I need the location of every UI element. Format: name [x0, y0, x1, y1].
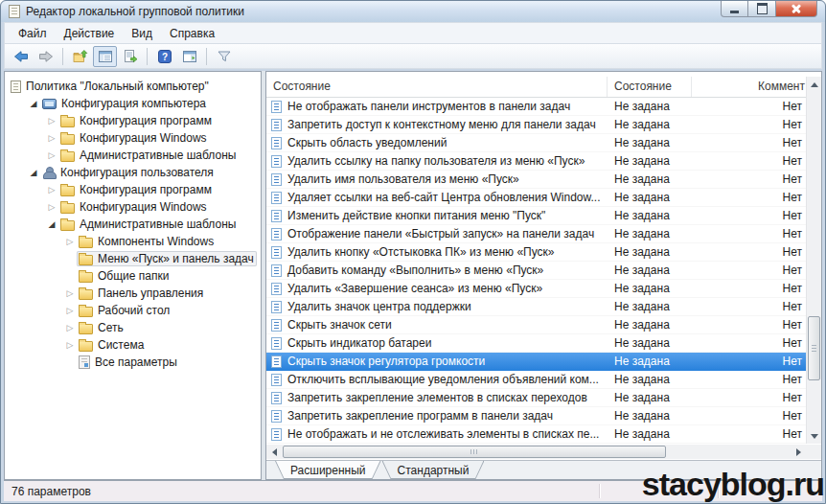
policy-state: Не задана	[608, 154, 692, 168]
tree-item[interactable]: Конфигурация программ	[5, 112, 261, 129]
policy-setting-icon	[271, 374, 282, 386]
tree-expander-icon[interactable]	[27, 95, 40, 112]
tree-item[interactable]: Компоненты Windows	[5, 233, 261, 250]
policy-row[interactable]: Запретить закрепление элементов в списка…	[266, 389, 806, 407]
menu-help[interactable]: Справка	[161, 25, 223, 42]
tree-item-label: Меню «Пуск» и панель задач	[98, 252, 254, 265]
policy-row[interactable]: Отключить всплывающие уведомления объявл…	[266, 371, 806, 389]
filter-button[interactable]	[212, 46, 236, 67]
column-header-comment[interactable]: Коммент	[692, 77, 806, 97]
column-header-state[interactable]: Состояние	[608, 77, 692, 97]
minimize-button[interactable]	[721, 1, 748, 17]
vertical-scrollbar[interactable]	[806, 77, 821, 444]
policy-comment: Нет	[692, 154, 806, 168]
tree-item[interactable]: Сеть	[5, 319, 261, 336]
show-action-pane-button[interactable]	[177, 46, 201, 67]
policy-setting-icon	[271, 355, 282, 368]
show-console-tree-button[interactable]	[93, 46, 117, 67]
scroll-right-button[interactable]	[791, 445, 806, 459]
user-icon	[42, 167, 56, 179]
policy-row[interactable]: Удалить значок центра поддержкиНе задана…	[266, 298, 806, 316]
tree-item[interactable]: Конфигурация программ	[5, 181, 261, 198]
policy-setting-icon	[271, 210, 282, 222]
tree-item[interactable]: Рабочий стол	[5, 302, 261, 319]
tree-expander-icon[interactable]	[63, 302, 77, 319]
tree-item[interactable]: Административные шаблоны	[5, 147, 261, 164]
policy-row[interactable]: Удалить имя пользователя из меню «Пуск»Н…	[266, 171, 806, 189]
tree-item[interactable]: Система	[5, 336, 261, 354]
horizontal-scrollbar[interactable]	[266, 445, 806, 459]
tree-item[interactable]: Конфигурация Windows	[5, 198, 261, 216]
show-console-tree-icon	[98, 49, 113, 64]
tab-standard[interactable]: Стандартный	[382, 461, 485, 479]
policy-row[interactable]: Запретить закрепление программ в панели …	[266, 407, 806, 425]
tree-expander-icon[interactable]	[45, 112, 58, 129]
policy-row[interactable]: Скрыть значок сетиНе заданаНет	[266, 316, 806, 334]
policy-setting-icon	[271, 264, 282, 277]
horizontal-scroll-thumb[interactable]	[283, 446, 666, 458]
titlebar: Редактор локальной групповой политики	[1, 1, 825, 22]
scroll-left-button[interactable]	[266, 445, 282, 459]
tree-expander-icon[interactable]	[45, 129, 58, 147]
policy-row[interactable]: Добавить команду «Выполнить» в меню «Пус…	[266, 262, 806, 280]
window-title: Редактор локальной групповой политики	[26, 5, 244, 18]
policy-row[interactable]: Скрыть значок регулятора громкостиНе зад…	[266, 353, 806, 371]
tree-expander-icon[interactable]	[63, 233, 77, 250]
policy-row[interactable]: Не отображать панели инструментов в пане…	[266, 98, 806, 116]
policy-row[interactable]: Запретить доступ к контекстному меню для…	[266, 116, 806, 134]
policy-row[interactable]: Отображение панели «Быстрый запуск» на п…	[266, 225, 806, 243]
tree-item[interactable]: Конфигурация Windows	[5, 129, 261, 147]
export-list-button[interactable]	[118, 46, 142, 67]
vertical-scroll-thumb[interactable]	[808, 316, 820, 380]
triangle-up-icon	[811, 82, 818, 87]
policy-row[interactable]: Не отображать и не отслеживать элементы …	[266, 425, 806, 444]
tree-item-label: Конфигурация программ	[80, 114, 212, 127]
tree-expander-icon[interactable]	[63, 319, 77, 336]
tree-item[interactable]: Конфигурация пользователя	[5, 164, 261, 181]
policy-row[interactable]: Удалить «Завершение сеанса» из меню «Пус…	[266, 280, 806, 298]
scroll-down-button[interactable]	[807, 428, 822, 444]
tree-item[interactable]: Панель управления	[5, 285, 261, 302]
menu-action[interactable]: Действие	[56, 25, 124, 42]
tree-expander-icon[interactable]	[45, 147, 58, 164]
policy-row[interactable]: Удаляет ссылки на веб-сайт Центра обновл…	[266, 189, 806, 207]
policy-row[interactable]: Удалить ссылку на папку пользователя из …	[266, 152, 806, 171]
back-button[interactable]	[9, 46, 33, 67]
window-controls	[721, 1, 817, 17]
filter-icon	[217, 49, 232, 64]
tree-item[interactable]: Политика "Локальный компьютер"	[5, 78, 261, 95]
tree-expander-icon[interactable]	[45, 216, 58, 233]
triangle-down-icon	[811, 434, 818, 439]
tree-expander-icon[interactable]	[45, 181, 58, 198]
menu-file[interactable]: Файл	[10, 25, 56, 42]
console-tree-panel: Политика "Локальный компьютер"Конфигурац…	[4, 71, 262, 480]
policy-setting-name: Удалить «Завершение сеанса» из меню «Пус…	[287, 282, 542, 295]
tree-expander-icon[interactable]	[63, 336, 77, 354]
folder-icon	[79, 341, 93, 352]
tree-expander-icon[interactable]	[27, 164, 40, 181]
tree-item[interactable]: Все параметры	[5, 354, 261, 371]
up-one-level-button[interactable]	[68, 46, 92, 67]
tree-item[interactable]: Меню «Пуск» и панель задач	[5, 250, 261, 267]
scroll-up-button[interactable]	[807, 77, 822, 92]
tab-extended[interactable]: Расширенный	[275, 461, 381, 479]
maximize-button[interactable]	[748, 1, 775, 17]
help-button[interactable]: ?	[152, 46, 176, 67]
policy-comment: Нет	[692, 373, 806, 386]
policy-list: Не отображать панели инструментов в пане…	[266, 98, 806, 444]
policy-row[interactable]: Скрыть индикатор батареиНе заданаНет	[266, 334, 806, 353]
forward-button[interactable]	[34, 46, 57, 67]
close-button[interactable]	[775, 1, 817, 17]
menu-view[interactable]: Вид	[123, 25, 161, 42]
policy-row[interactable]: Удалить кнопку «Отстыковка ПК» из меню «…	[266, 243, 806, 262]
policy-row[interactable]: Изменить действие кнопки питания меню "П…	[266, 207, 806, 225]
tree-expander-icon[interactable]	[45, 198, 58, 216]
tree-item-label: Административные шаблоны	[80, 218, 236, 231]
forward-icon	[38, 49, 54, 64]
tree-item[interactable]: Общие папки	[5, 267, 261, 285]
tree-item[interactable]: Административные шаблоны	[5, 216, 261, 233]
tree-item[interactable]: Конфигурация компьютера	[5, 95, 261, 112]
column-header-setting[interactable]: Состояние	[266, 77, 608, 97]
policy-row[interactable]: Скрыть область уведомленийНе заданаНет	[266, 134, 806, 152]
tree-expander-icon[interactable]	[63, 285, 77, 302]
